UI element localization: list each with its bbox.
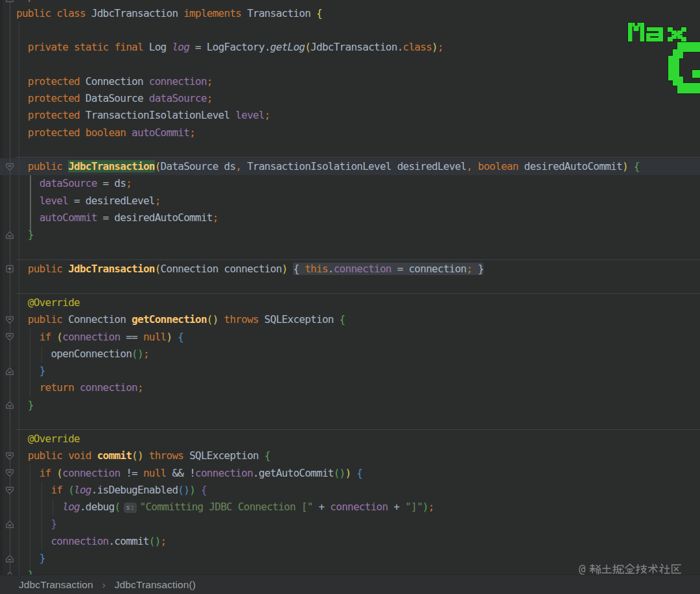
fold-collapse-end-icon[interactable] xyxy=(5,0,14,3)
token-fi: log xyxy=(62,501,80,513)
token-b3: () xyxy=(178,484,189,496)
token-t xyxy=(62,449,68,462)
token-t: { xyxy=(293,263,305,275)
code-line[interactable]: protected boolean autoCommit; xyxy=(16,125,195,141)
token-b2: { xyxy=(264,449,270,462)
token-k: public xyxy=(16,7,51,19)
code-line[interactable]: public Connection getConnection() throws… xyxy=(16,311,345,328)
token-p: ; xyxy=(438,41,443,53)
token-t: .getAutoCommit xyxy=(253,467,334,479)
code-line[interactable]: public JdbcTransaction(Connection connec… xyxy=(16,261,484,278)
svg-text:@: @ xyxy=(579,562,585,575)
code-line[interactable]: openConnection(); xyxy=(16,346,149,362)
code-line[interactable]: connection.commit(); xyxy=(16,533,167,550)
code-line[interactable]: if (log.isDebugEnabled()) { xyxy=(16,482,207,499)
fold-collapse-end-icon[interactable] xyxy=(5,231,14,239)
fold-collapse-end-icon[interactable] xyxy=(5,367,14,375)
token-t xyxy=(16,313,28,326)
method-separator xyxy=(16,259,700,260)
folded-region[interactable]: { this.connection = connection; } xyxy=(293,263,484,275)
token-t xyxy=(51,331,56,343)
fold-collapse-start-icon[interactable] xyxy=(5,486,14,495)
code-line[interactable]: @Override xyxy=(16,431,80,447)
max-pixel-logo xyxy=(625,0,700,97)
token-t: = ds xyxy=(97,177,126,189)
code-line[interactable]: protected DataSource dataSource; xyxy=(16,90,213,107)
token-b3: { xyxy=(178,331,183,343)
token-f: autoCommit xyxy=(40,211,97,224)
code-line[interactable]: } xyxy=(16,362,45,379)
token-fi: log xyxy=(74,484,91,496)
token-b2: ) xyxy=(423,501,428,513)
token-k: if xyxy=(40,467,51,479)
token-t: debug xyxy=(86,501,115,513)
code-line[interactable]: @Override xyxy=(16,294,80,311)
code-line[interactable]: public JdbcTransaction(DataSource ds, Tr… xyxy=(16,158,640,175)
code-line[interactable]: if (connection == null) { xyxy=(16,329,183,346)
code-line[interactable]: return connection; xyxy=(16,379,143,396)
code-line[interactable]: dataSource = ds; xyxy=(16,175,132,192)
token-t xyxy=(16,211,40,224)
token-k: throws xyxy=(149,449,183,462)
token-t xyxy=(143,449,149,462)
code-line[interactable]: private static final Log log = LogFactor… xyxy=(16,39,443,56)
code-line[interactable]: public void commit() throws SQLException… xyxy=(16,447,270,464)
code-editor[interactable]: */public class JdbcTransaction implement… xyxy=(0,0,700,575)
token-t xyxy=(16,228,28,241)
token-k: public xyxy=(28,263,62,275)
token-t xyxy=(628,160,634,172)
token-t: openConnection xyxy=(51,348,132,360)
fold-expand-icon[interactable] xyxy=(5,265,14,273)
token-t: = connection xyxy=(391,263,467,275)
token-f: connection xyxy=(80,381,137,394)
breadcrumb-member[interactable]: JdbcTransaction() xyxy=(115,579,196,591)
token-k: class xyxy=(56,7,86,19)
fold-collapse-start-icon[interactable] xyxy=(5,316,14,324)
token-k: this xyxy=(305,263,328,275)
code-line[interactable]: public class JdbcTransaction implements … xyxy=(16,5,322,22)
fold-collapse-end-icon[interactable] xyxy=(5,401,14,409)
token-f: connection xyxy=(51,535,108,547)
fold-collapse-start-icon[interactable] xyxy=(5,333,14,341)
ide-window: { "app": "code-editor", "colors": { "edi… xyxy=(0,0,700,594)
code-line[interactable]: } xyxy=(16,516,56,532)
token-t xyxy=(16,535,51,547)
code-line[interactable]: if (connection != null && !connection.ge… xyxy=(16,465,362,482)
fold-collapse-end-icon[interactable] xyxy=(5,554,14,563)
token-fi: log xyxy=(172,41,189,53)
token-k: class xyxy=(403,41,432,53)
token-t xyxy=(16,381,40,394)
token-k: protected xyxy=(28,92,80,104)
token-k: null xyxy=(143,467,167,479)
fold-collapse-start-icon[interactable] xyxy=(5,163,14,171)
code-line[interactable]: } xyxy=(16,226,34,243)
token-t xyxy=(62,484,68,496)
fold-collapse-start-icon[interactable] xyxy=(5,452,14,460)
token-d: getConnection xyxy=(132,313,207,326)
token-p: ; xyxy=(264,109,270,121)
token-t xyxy=(16,75,28,88)
breadcrumb-class[interactable]: JdbcTransaction xyxy=(19,579,93,591)
method-separator xyxy=(16,429,700,430)
token-k: public xyxy=(28,449,62,462)
fold-collapse-start-icon[interactable] xyxy=(5,469,14,477)
code-line[interactable]: } xyxy=(16,397,34,414)
token-t: commit xyxy=(114,535,148,547)
token-b1: { xyxy=(316,7,322,19)
token-p: ; xyxy=(213,211,218,224)
code-line[interactable]: log.debug(s:"Committing JDBC Connection … xyxy=(16,499,434,516)
token-b4: } xyxy=(51,517,56,530)
code-line[interactable]: level = desiredLevel; xyxy=(16,193,161,209)
token-b1: () xyxy=(207,313,218,326)
code-line[interactable]: protected TransactionIsolationLevel leve… xyxy=(16,107,270,124)
code-line[interactable]: autoCommit = desiredAutoCommit; xyxy=(16,209,218,226)
parameter-hint: s: xyxy=(124,503,136,513)
token-c: */ xyxy=(16,0,34,4)
code-line[interactable]: } xyxy=(16,550,45,567)
token-k: static xyxy=(74,41,108,53)
token-b1: ) xyxy=(432,41,438,53)
code-line[interactable]: } xyxy=(16,567,34,575)
fold-collapse-end-icon[interactable] xyxy=(5,520,14,529)
code-line[interactable]: protected Connection connection; xyxy=(16,73,213,90)
token-t xyxy=(16,569,28,575)
